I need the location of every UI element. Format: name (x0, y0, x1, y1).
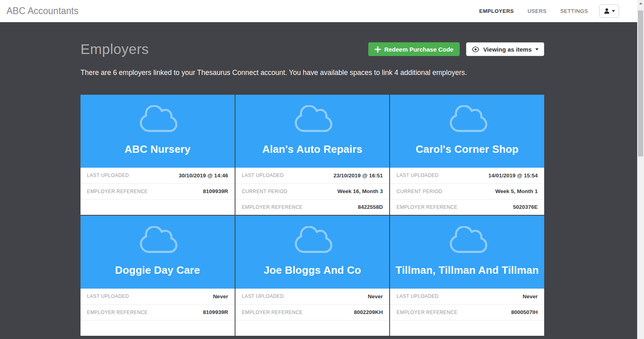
detail-label: EMPLOYER REFERENCE (87, 310, 148, 315)
nav-item-users[interactable]: USERS (528, 8, 547, 14)
user-menu-button[interactable] (599, 4, 619, 18)
detail-label: LAST UPLOADED (396, 293, 438, 299)
scrollbar-thumb[interactable] (638, 10, 643, 156)
employer-card-header: ABC Nursery (80, 95, 235, 168)
detail-label: EMPLOYER REFERENCE (87, 189, 148, 194)
detail-value: 23/10/2019 @ 16:51 (334, 173, 383, 179)
employer-card[interactable]: ABC NurseryLAST UPLOADED30/10/2019 @ 14:… (80, 95, 235, 215)
cloud-icon (137, 105, 178, 135)
detail-row: LAST UPLOADED30/10/2019 @ 14:46 (80, 168, 235, 183)
employer-card-header: Carol's Corner Shop (390, 95, 544, 168)
page-description: There are 6 employers linked to your The… (80, 68, 544, 77)
detail-value: Week 16, Month 3 (337, 188, 383, 194)
employer-card-details: LAST UPLOADED30/10/2019 @ 14:46EMPLOYER … (80, 168, 235, 215)
detail-row-empty (235, 320, 390, 336)
detail-value: 5020376E (513, 204, 538, 210)
header-actions: Redeem Purchase Code Viewing as items (368, 42, 544, 56)
employer-card-details: LAST UPLOADEDNeverEMPLOYER REFERENCE8000… (390, 289, 544, 336)
caret-down-icon (612, 10, 615, 12)
employer-card[interactable]: Alan's Auto RepairsLAST UPLOADED23/10/20… (235, 95, 390, 215)
redeem-button-label: Redeem Purchase Code (384, 46, 454, 53)
detail-value: 8109939R (203, 309, 228, 315)
nav-item-settings[interactable]: SETTINGS (560, 8, 588, 14)
cloud-icon (292, 226, 333, 256)
employer-card[interactable]: Carol's Corner ShopLAST UPLOADED14/01/20… (390, 95, 544, 215)
detail-row: LAST UPLOADED23/10/2019 @ 16:51 (235, 168, 390, 183)
detail-label: EMPLOYER REFERENCE (396, 310, 457, 315)
detail-row-empty (390, 320, 544, 336)
employer-card-details: LAST UPLOADED23/10/2019 @ 16:51CURRENT P… (235, 168, 390, 215)
detail-label: EMPLOYER REFERENCE (242, 310, 303, 315)
employer-card[interactable]: Joe Bloggs And CoLAST UPLOADEDNeverEMPLO… (235, 216, 390, 336)
detail-value: 8422558D (358, 204, 383, 210)
scrollbar-up-button[interactable] (637, 0, 644, 6)
detail-value: 8002209KH (354, 309, 383, 315)
detail-row: EMPLOYER REFERENCE5020376E (390, 199, 544, 215)
detail-row: EMPLOYER REFERENCE8109939R (80, 183, 235, 199)
employer-card-details: LAST UPLOADEDNeverEMPLOYER REFERENCE8002… (235, 289, 390, 336)
detail-label: LAST UPLOADED (242, 293, 284, 299)
detail-row: LAST UPLOADEDNever (235, 289, 390, 304)
employer-card-header: Doggie Day Care (80, 216, 235, 289)
detail-label: LAST UPLOADED (242, 173, 284, 178)
detail-label: LAST UPLOADED (396, 173, 438, 178)
detail-row-empty (80, 320, 235, 336)
detail-row: LAST UPLOADED14/01/2019 @ 15:54 (390, 168, 544, 183)
detail-value: 8109939R (203, 188, 228, 194)
detail-value: Never (368, 293, 383, 299)
detail-row: EMPLOYER REFERENCE8422558D (235, 199, 390, 215)
detail-value: Never (213, 293, 228, 299)
cloud-icon (137, 226, 178, 256)
detail-label: LAST UPLOADED (87, 173, 129, 178)
cloud-icon (447, 105, 488, 135)
detail-row: CURRENT PERIODWeek 16, Month 3 (235, 183, 390, 199)
employer-card[interactable]: Tillman, Tillman And TillmanLAST UPLOADE… (390, 216, 544, 336)
employer-name: Doggie Day Care (80, 264, 235, 277)
detail-value: 30/10/2019 @ 14:46 (179, 173, 228, 179)
detail-value: Never (522, 293, 538, 299)
page-header-row: Employers Redeem Purchase Code Viewing a… (80, 22, 544, 57)
employers-page: Employers Redeem Purchase Code Viewing a… (0, 22, 637, 339)
detail-label: CURRENT PERIOD (396, 189, 442, 194)
employer-name: ABC Nursery (80, 143, 235, 156)
employer-card-header: Joe Bloggs And Co (235, 216, 390, 289)
view-mode-button[interactable]: Viewing as items (466, 42, 544, 56)
detail-value: Week 5, Month 1 (495, 188, 538, 194)
detail-row: EMPLOYER REFERENCE8109939R (80, 304, 235, 320)
detail-row: EMPLOYER REFERENCE8000507IH (390, 304, 544, 320)
view-mode-label: Viewing as items (483, 46, 532, 53)
employer-name: Joe Bloggs And Co (235, 264, 390, 277)
detail-row: LAST UPLOADEDNever (390, 289, 544, 304)
employer-cards-grid: ABC NurseryLAST UPLOADED30/10/2019 @ 14:… (80, 95, 544, 336)
employer-card-details: LAST UPLOADED14/01/2019 @ 15:54CURRENT P… (390, 168, 544, 215)
plus-icon (375, 46, 381, 52)
main-nav: EMPLOYERS USERS SETTINGS (479, 8, 588, 14)
caret-down-icon (535, 48, 539, 50)
employer-name: Carol's Corner Shop (390, 143, 544, 156)
vertical-scrollbar[interactable] (637, 0, 644, 339)
employer-card-header: Alan's Auto Repairs (235, 95, 390, 168)
detail-row: CURRENT PERIODWeek 5, Month 1 (390, 183, 544, 199)
cloud-icon (447, 226, 488, 256)
detail-label: LAST UPLOADED (87, 293, 129, 299)
detail-label: EMPLOYER REFERENCE (242, 204, 303, 210)
employer-name: Alan's Auto Repairs (235, 143, 390, 156)
redeem-purchase-code-button[interactable]: Redeem Purchase Code (368, 42, 460, 56)
detail-value: 14/01/2019 @ 15:54 (488, 173, 538, 179)
nav-item-employers[interactable]: EMPLOYERS (479, 8, 514, 14)
eye-icon (472, 46, 479, 52)
up-arrow-icon (639, 2, 642, 4)
detail-label: EMPLOYER REFERENCE (396, 204, 457, 210)
employer-card-header: Tillman, Tillman And Tillman (390, 216, 544, 289)
page-title: Employers (80, 42, 149, 57)
employer-name: Tillman, Tillman And Tillman (390, 264, 544, 277)
app-brand[interactable]: ABC Accountants (6, 6, 78, 17)
detail-value: 8000507IH (511, 309, 538, 315)
top-navbar: ABC Accountants EMPLOYERS USERS SETTINGS (0, 0, 637, 22)
employer-card-details: LAST UPLOADEDNeverEMPLOYER REFERENCE8109… (80, 289, 235, 336)
detail-row-empty (80, 199, 235, 215)
employer-card[interactable]: Doggie Day CareLAST UPLOADEDNeverEMPLOYE… (80, 216, 235, 336)
user-icon (603, 8, 610, 15)
detail-row: EMPLOYER REFERENCE8002209KH (235, 304, 390, 320)
content-container: Employers Redeem Purchase Code Viewing a… (80, 22, 544, 336)
